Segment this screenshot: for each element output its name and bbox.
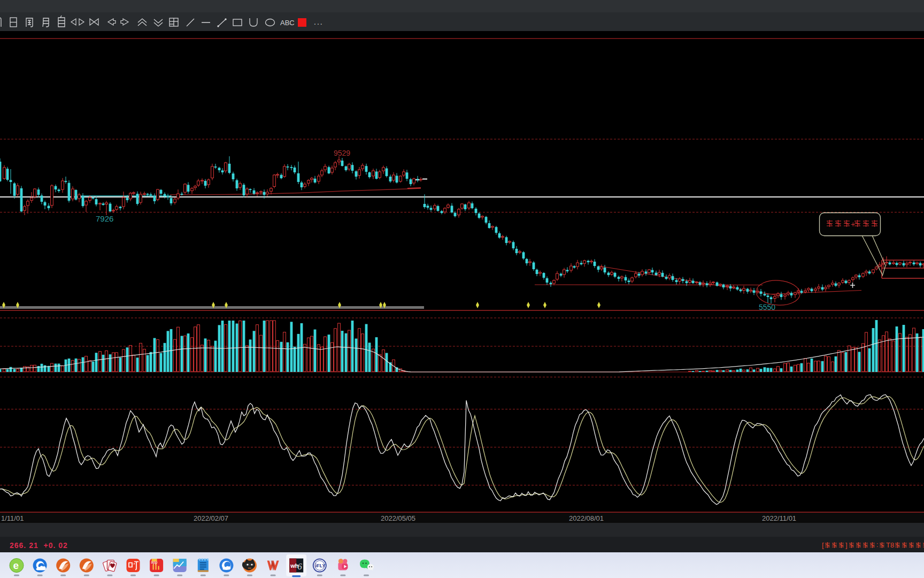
svg-text:e: e bbox=[13, 560, 19, 571]
svg-text:iFLY: iFLY bbox=[315, 563, 326, 568]
svg-text:6: 6 bbox=[297, 561, 302, 572]
svg-text:app: app bbox=[151, 560, 158, 565]
